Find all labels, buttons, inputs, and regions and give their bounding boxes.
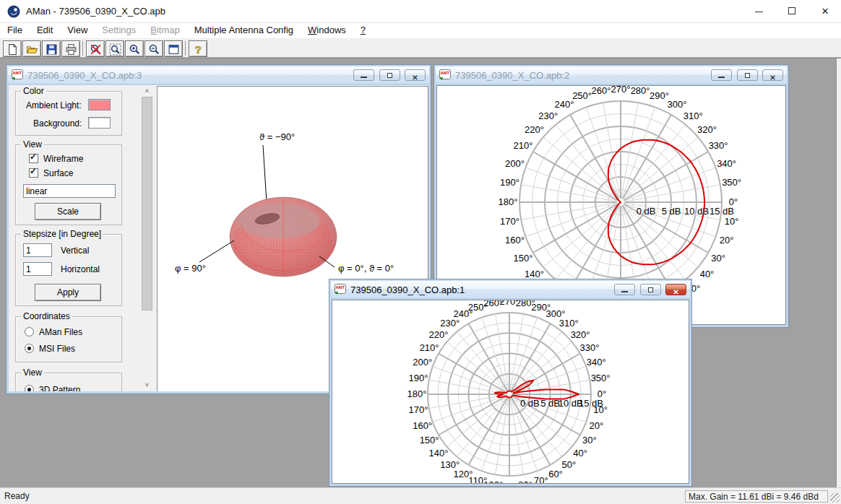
child3-close-button[interactable]: ✕ [405, 69, 426, 81]
angle-label: 320° [697, 124, 717, 135]
view-mode-group-title: View [21, 368, 44, 378]
open-icon [26, 43, 38, 56]
vertical-stepsize-input[interactable] [23, 243, 52, 257]
child-window-1-titlebar[interactable]: ANT 739506_0390_X_CO.apb:1 ✕ [331, 281, 690, 299]
antenna-file-icon: ANT [335, 284, 347, 295]
minimize-icon [361, 77, 367, 78]
child1-close-button[interactable]: ✕ [665, 284, 686, 295]
close-button[interactable]: ✕ [809, 0, 841, 22]
polar-grid-ray [457, 397, 506, 457]
child-window-3-titlebar[interactable]: ANT 739506_0390_X_CO.apb:3 ✕ [8, 66, 429, 84]
menu-item-help[interactable]: ? [353, 23, 373, 38]
minimize-button[interactable] [743, 0, 775, 22]
db-ring-label: 0 dB [520, 398, 540, 409]
ambient-light-label: Ambient Light: [26, 100, 82, 110]
print-button[interactable] [61, 40, 80, 57]
zoom-select-button[interactable] [105, 40, 124, 57]
color-group: Color Ambient Light: Background: [15, 91, 122, 136]
child2-restore-button[interactable] [737, 69, 758, 81]
phi90-axis [199, 240, 234, 262]
wireframe-label: Wireframe [43, 154, 83, 164]
antenna-file-icon: ANT [439, 69, 452, 81]
vertical-label: Vertical [61, 246, 89, 256]
mdi-workspace: ANT 739506_0390_X_CO.apb:3 ✕ Color Ambie… [0, 58, 841, 487]
scroll-up-icon[interactable]: ˄ [141, 85, 153, 97]
scrollbar-thumb[interactable] [142, 97, 152, 310]
child1-minimize-button[interactable] [614, 284, 635, 295]
angle-label: 340° [717, 158, 736, 169]
scale-button[interactable]: Scale [35, 203, 101, 220]
open-button[interactable] [22, 40, 41, 57]
zoom-in-button[interactable] [125, 40, 144, 57]
resize-grip[interactable] [830, 493, 840, 503]
angle-label: 120° [454, 469, 473, 479]
close-icon: ✕ [821, 6, 829, 17]
zoom-cancel-button[interactable] [86, 40, 105, 57]
scroll-down-icon[interactable]: ˅ [141, 379, 153, 391]
menu-item-settings[interactable]: Settings [95, 23, 143, 38]
child1-restore-button[interactable] [640, 284, 661, 295]
menu-item-view[interactable]: View [60, 23, 95, 38]
control-panel: Color Ambient Light: Background: View ✓ … [9, 85, 141, 391]
ambient-light-swatch[interactable] [88, 99, 111, 110]
child-window-1[interactable]: ANT 739506_0390_X_CO.apb:1 ✕ 0°10°20°30°… [329, 279, 692, 487]
coordinates-group: Coordinates AMan Files MSI Files [15, 316, 122, 362]
statusbar: Ready Max. Gain = 11.61 dBi = 9.46 dBd [0, 487, 841, 504]
angle-label: 150° [513, 253, 532, 264]
surface-checkbox[interactable]: ✓ [29, 168, 38, 178]
zoom-select-icon [109, 43, 121, 56]
angle-label: 200° [413, 357, 432, 368]
mdi-right-strip [836, 58, 841, 487]
angle-label: 190° [408, 373, 428, 383]
menu-item-file[interactable]: File [0, 23, 30, 38]
new-button[interactable] [3, 40, 22, 57]
child2-minimize-button[interactable] [711, 69, 732, 81]
main-titlebar[interactable]: AMan - 739506_0390_X_CO.apb ✕ [0, 0, 841, 23]
radio-dot-icon [27, 388, 31, 391]
angle-label: 180° [407, 388, 427, 399]
menu-item-edit[interactable]: Edit [30, 23, 60, 38]
window-button[interactable] [164, 40, 183, 57]
child-window-2-titlebar[interactable]: ANT 739506_0390_X_CO.apb:2 ✕ [436, 66, 787, 84]
angle-label: 150° [420, 435, 439, 446]
menu-item-windows[interactable]: Windows [301, 23, 353, 38]
zoom-cancel-icon [90, 43, 102, 56]
zoom-out-button[interactable] [145, 40, 163, 57]
child3-minimize-button[interactable] [353, 69, 374, 81]
child3-restore-button[interactable] [379, 69, 400, 81]
toolbar: ? [0, 38, 841, 58]
close-icon: ✕ [673, 288, 678, 296]
3d-pattern-radio[interactable] [25, 385, 34, 391]
save-button[interactable] [42, 40, 61, 57]
child-window-2-title: 739506_0390_X_CO.apb:2 [455, 70, 569, 81]
panel-scrollbar[interactable]: ˄ ˅ [141, 85, 153, 391]
save-icon [46, 43, 58, 56]
horizontal-stepsize-input[interactable] [23, 262, 52, 276]
wireframe-checkbox[interactable]: ✓ [29, 154, 38, 163]
angle-label: 220° [525, 124, 544, 135]
msi-files-radio[interactable] [25, 344, 34, 353]
background-swatch[interactable] [88, 117, 111, 129]
menu-item-bitmap[interactable]: Bitmap [143, 23, 186, 38]
help-button[interactable]: ? [189, 40, 207, 57]
child2-close-button[interactable]: ✕ [762, 69, 783, 81]
angle-label: 160° [505, 235, 525, 246]
restore-icon [387, 73, 392, 78]
polar-grid-ray [495, 314, 509, 391]
angle-label: 50° [561, 459, 576, 470]
aman-files-radio[interactable] [25, 327, 34, 336]
antenna-file-icon: ANT [12, 69, 24, 81]
angle-label: 230° [440, 318, 460, 329]
menu-item-multiple-antenna-config[interactable]: Multiple Antenna Config [187, 23, 301, 38]
print-icon [65, 43, 77, 56]
apply-button[interactable]: Apply [35, 284, 101, 301]
horizontal-label: Horizontal [61, 264, 100, 274]
angle-label: 130° [440, 459, 460, 470]
db-ring-label: 10 dB [684, 206, 709, 217]
msi-files-label: MSI Files [39, 344, 75, 354]
angle-label: 300° [668, 99, 687, 110]
maximize-button[interactable] [776, 0, 808, 22]
angle-label: 180° [499, 196, 518, 207]
angle-label: 280° [631, 86, 650, 96]
scale-mode-input[interactable] [23, 184, 116, 198]
